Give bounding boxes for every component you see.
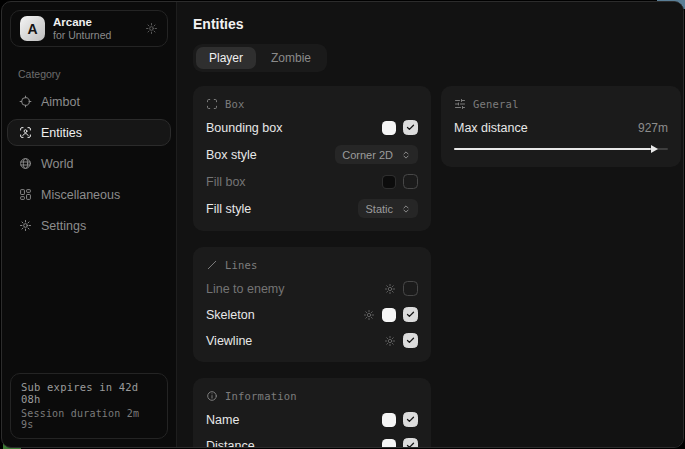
section-title: Lines — [225, 259, 258, 271]
skeleton-color-swatch[interactable] — [382, 308, 396, 322]
viewline-checkbox[interactable] — [403, 333, 418, 348]
box-section-card: Box Bounding box Box style Cor — [193, 86, 431, 231]
box-style-label: Box style — [206, 148, 257, 162]
sidebar-item-entities[interactable]: Entities — [7, 119, 171, 146]
bounding-box-color-swatch[interactable] — [382, 121, 396, 135]
skeleton-row: Skeleton — [206, 306, 418, 323]
globe-icon — [19, 157, 32, 170]
section-title: Box — [225, 98, 245, 110]
skeleton-label: Skeleton — [206, 308, 255, 322]
max-distance-slider-fill — [454, 148, 651, 150]
gear-icon — [19, 219, 32, 232]
chevrons-up-down-icon — [401, 204, 411, 214]
information-section-card: Information Name Distance — [193, 378, 431, 448]
layout-grid-icon — [19, 188, 32, 201]
tab-zombie[interactable]: Zombie — [258, 47, 324, 69]
sidebar-item-label: Settings — [41, 219, 86, 233]
box-section-header: Box — [206, 98, 418, 110]
skeleton-settings-gear-icon[interactable] — [363, 309, 375, 321]
name-color-swatch[interactable] — [382, 413, 396, 427]
fill-style-label: Fill style — [206, 202, 251, 216]
viewline-settings-gear-icon[interactable] — [384, 335, 396, 347]
max-distance-label: Max distance — [454, 121, 528, 135]
sidebar-item-label: Aimbot — [41, 95, 80, 109]
app-window: A Arcane for Unturned Category Aimbot En… — [1, 1, 684, 448]
crosshair-icon — [19, 95, 32, 108]
fill-style-select[interactable]: Static — [358, 199, 418, 218]
bounding-box-row: Bounding box — [206, 119, 418, 136]
max-distance-value: 927m — [638, 121, 668, 135]
distance-row: Distance — [206, 437, 418, 448]
fill-style-row: Fill style Static — [206, 199, 418, 218]
sidebar-nav: Aimbot Entities World Miscellaneous — [2, 88, 176, 239]
distance-color-swatch[interactable] — [382, 439, 396, 449]
sidebar-item-label: Miscellaneous — [41, 188, 120, 202]
box-style-select[interactable]: Corner 2D — [335, 145, 418, 164]
section-title: Information — [225, 390, 297, 402]
entities-scan-icon — [19, 126, 32, 139]
line-to-enemy-checkbox[interactable] — [403, 281, 418, 296]
bounding-box-label: Bounding box — [206, 121, 282, 135]
main-panel: Entities Player Zombie Box Bounding box — [176, 2, 684, 447]
lines-section-header: Lines — [206, 259, 418, 271]
page-title: Entities — [193, 16, 681, 32]
skeleton-checkbox[interactable] — [403, 307, 418, 322]
viewline-row: Viewline — [206, 332, 418, 349]
sidebar-item-label: Entities — [41, 126, 82, 140]
viewline-label: Viewline — [206, 334, 252, 348]
name-checkbox[interactable] — [403, 412, 418, 427]
distance-checkbox[interactable] — [403, 438, 418, 448]
app-logo: A — [20, 16, 45, 41]
sidebar-item-aimbot[interactable]: Aimbot — [7, 88, 171, 115]
app-subtitle: for Unturned — [53, 29, 111, 42]
brand-card: A Arcane for Unturned — [10, 10, 168, 47]
sidebar-item-settings[interactable]: Settings — [7, 212, 171, 239]
sidebar-item-world[interactable]: World — [7, 150, 171, 177]
slider-handle-arrow-icon[interactable] — [651, 145, 658, 153]
box-style-value: Corner 2D — [342, 149, 393, 161]
section-title: General — [473, 98, 519, 110]
line-slash-icon — [206, 259, 218, 271]
subscription-expires: Sub expires in 42d 08h — [21, 381, 157, 405]
distance-label: Distance — [206, 439, 255, 449]
line-to-enemy-label: Line to enemy — [206, 282, 285, 296]
fill-box-label: Fill box — [206, 175, 246, 189]
subscription-card: Sub expires in 42d 08h Session duration … — [10, 373, 168, 439]
max-distance-slider[interactable] — [454, 144, 668, 154]
max-distance-row: Max distance 927m — [454, 119, 668, 136]
lines-section-card: Lines Line to enemy Skeleton — [193, 247, 431, 362]
fill-box-color-swatch[interactable] — [382, 175, 396, 189]
sidebar-item-miscellaneous[interactable]: Miscellaneous — [7, 181, 171, 208]
info-icon — [206, 390, 218, 402]
category-label: Category — [18, 68, 160, 80]
sidebar-item-label: World — [41, 157, 73, 171]
fill-style-value: Static — [365, 203, 393, 215]
box-style-row: Box style Corner 2D — [206, 145, 418, 164]
tab-player[interactable]: Player — [196, 47, 256, 69]
bounding-box-checkbox[interactable] — [403, 120, 418, 135]
chevrons-up-down-icon — [401, 150, 411, 160]
sliders-icon — [454, 98, 466, 110]
app-name: Arcane — [53, 15, 111, 29]
brand-text: Arcane for Unturned — [53, 15, 111, 43]
name-label: Name — [206, 413, 239, 427]
information-section-header: Information — [206, 390, 418, 402]
box-scan-icon — [206, 98, 218, 110]
entity-tabs: Player Zombie — [193, 44, 327, 72]
line-to-enemy-settings-gear-icon[interactable] — [384, 283, 396, 295]
general-section-header: General — [454, 98, 668, 110]
sidebar: A Arcane for Unturned Category Aimbot En… — [2, 2, 176, 447]
line-to-enemy-row: Line to enemy — [206, 280, 418, 297]
fill-box-row: Fill box — [206, 173, 418, 190]
brand-gear-icon[interactable] — [145, 22, 158, 35]
name-row: Name — [206, 411, 418, 428]
fill-box-checkbox[interactable] — [403, 174, 418, 189]
session-duration: Session duration 2m 9s — [21, 408, 157, 430]
general-section-card: General Max distance 927m — [441, 86, 681, 167]
